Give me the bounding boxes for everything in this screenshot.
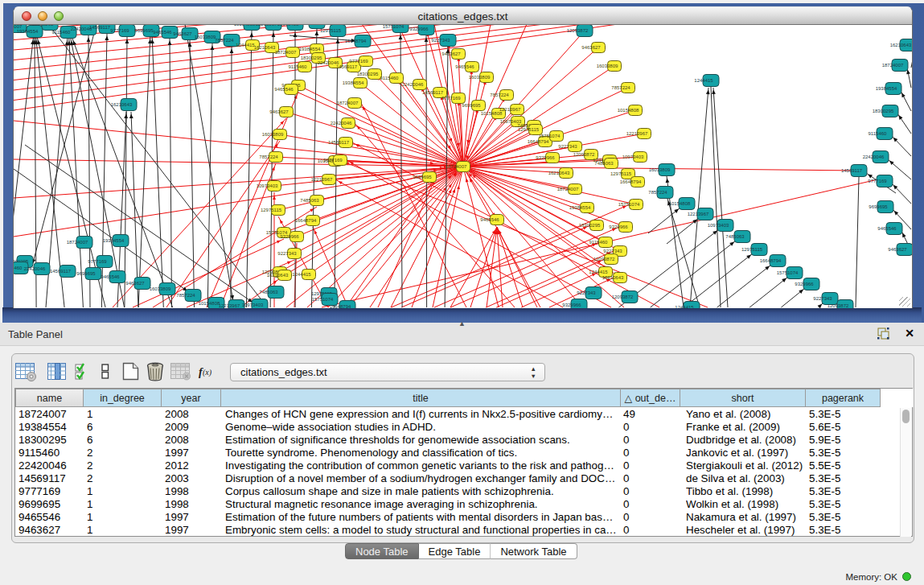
svg-text:16210643: 16210643 xyxy=(267,273,289,278)
svg-text:19384554: 19384554 xyxy=(17,29,39,34)
svg-text:9115460: 9115460 xyxy=(289,64,308,69)
svg-text:16210643: 16210643 xyxy=(111,102,133,107)
svg-text:7857224: 7857224 xyxy=(215,38,234,43)
svg-text:9699695: 9699695 xyxy=(413,175,432,179)
svg-text:9465546: 9465546 xyxy=(877,226,897,231)
svg-text:9465546: 9465546 xyxy=(101,274,120,279)
svg-text:9329966: 9329966 xyxy=(609,225,628,229)
svg-text:10154808: 10154808 xyxy=(618,108,639,113)
svg-text:10973403: 10973403 xyxy=(277,25,299,27)
svg-text:9465546: 9465546 xyxy=(274,87,294,92)
svg-text:14569117: 14569117 xyxy=(50,269,72,274)
svg-text:9463627: 9463627 xyxy=(581,45,601,50)
svg-text:22420046: 22420046 xyxy=(331,121,352,126)
svg-text:9463627: 9463627 xyxy=(441,51,461,56)
svg-text:9115460: 9115460 xyxy=(380,76,400,80)
svg-text:12975115: 12975115 xyxy=(261,208,282,212)
svg-text:9777169: 9777169 xyxy=(441,96,461,101)
svg-text:10973403: 10973403 xyxy=(622,154,644,159)
svg-text:7857224: 7857224 xyxy=(259,154,278,159)
svg-text:16648794: 16648794 xyxy=(295,218,317,223)
svg-text:14569117: 14569117 xyxy=(336,64,358,69)
svg-text:9227343: 9227343 xyxy=(813,296,832,301)
svg-text:12213967: 12213967 xyxy=(688,212,709,216)
svg-text:10973403: 10973403 xyxy=(242,303,264,307)
svg-text:12975115: 12975115 xyxy=(610,171,632,176)
svg-text:10973403: 10973403 xyxy=(708,223,729,228)
svg-text:12093872: 12093872 xyxy=(567,28,589,33)
svg-text:7857224: 7857224 xyxy=(176,293,195,298)
svg-text:19384554: 19384554 xyxy=(876,86,897,91)
svg-text:12093872: 12093872 xyxy=(593,257,615,262)
svg-text:9227343: 9227343 xyxy=(558,144,577,149)
svg-text:16210643: 16210643 xyxy=(602,275,624,280)
svg-text:9463627: 9463627 xyxy=(125,281,145,286)
svg-text:16648794: 16648794 xyxy=(345,39,367,43)
svg-text:12213967: 12213967 xyxy=(219,303,240,308)
svg-text:9777169: 9777169 xyxy=(323,158,343,163)
svg-text:12093872: 12093872 xyxy=(827,303,849,308)
svg-text:9329966: 9329966 xyxy=(536,155,555,160)
svg-text:12975115: 12975115 xyxy=(320,28,342,33)
svg-text:10154808: 10154808 xyxy=(669,201,691,206)
svg-text:12213967: 12213967 xyxy=(311,177,333,182)
svg-text:16210643: 16210643 xyxy=(548,171,570,175)
svg-text:10154808: 10154808 xyxy=(234,25,256,27)
svg-text:15751074: 15751074 xyxy=(777,270,799,275)
svg-text:12213967: 12213967 xyxy=(499,107,521,112)
svg-text:14569117: 14569117 xyxy=(841,168,863,173)
svg-text:9463627: 9463627 xyxy=(888,247,907,252)
svg-text:16210643: 16210643 xyxy=(890,43,912,47)
svg-text:22420046: 22420046 xyxy=(863,154,885,159)
svg-text:16033809: 16033809 xyxy=(469,75,491,80)
svg-text:1244415: 1244415 xyxy=(292,272,311,277)
svg-text:16033809: 16033809 xyxy=(597,64,618,68)
svg-text:18724007: 18724007 xyxy=(446,164,467,169)
svg-text:9115460: 9115460 xyxy=(869,131,888,136)
svg-text:14569117: 14569117 xyxy=(422,90,444,95)
svg-text:9227343: 9227343 xyxy=(277,251,297,256)
svg-text:9115460: 9115460 xyxy=(14,266,23,270)
svg-text:12975115: 12975115 xyxy=(518,127,540,132)
svg-text:1244415: 1244415 xyxy=(694,78,713,83)
svg-text:7485063: 7485063 xyxy=(259,290,278,295)
svg-text:18724007: 18724007 xyxy=(557,187,579,192)
svg-text:16648794: 16648794 xyxy=(760,258,782,263)
svg-text:18300295: 18300295 xyxy=(32,25,54,27)
svg-text:12213967: 12213967 xyxy=(256,25,277,27)
svg-text:15751074: 15751074 xyxy=(618,202,640,207)
svg-text:9227343: 9227343 xyxy=(603,249,622,253)
svg-text:14569117: 14569117 xyxy=(328,140,350,145)
svg-text:18300295: 18300295 xyxy=(579,223,601,228)
svg-text:16648794: 16648794 xyxy=(620,179,642,184)
svg-text:15751074: 15751074 xyxy=(539,134,561,138)
svg-text:9777169: 9777169 xyxy=(110,28,129,33)
svg-text:1244415: 1244415 xyxy=(589,270,608,274)
svg-text:1244415: 1244415 xyxy=(236,43,255,47)
svg-text:9699695: 9699695 xyxy=(462,103,481,108)
svg-text:7857224: 7857224 xyxy=(648,190,667,195)
svg-text:15751074: 15751074 xyxy=(383,25,405,29)
svg-text:18300295: 18300295 xyxy=(873,109,894,113)
svg-text:9777169: 9777169 xyxy=(868,179,887,183)
svg-text:19384554: 19384554 xyxy=(299,47,321,51)
svg-text:14569117: 14569117 xyxy=(89,25,111,30)
svg-text:12093872: 12093872 xyxy=(573,152,595,157)
svg-text:22420046: 22420046 xyxy=(402,82,424,87)
svg-text:9463627: 9463627 xyxy=(269,109,289,114)
svg-text:9465546: 9465546 xyxy=(455,64,474,69)
svg-text:12093872: 12093872 xyxy=(612,295,634,299)
svg-text:9227343: 9227343 xyxy=(577,290,596,295)
svg-text:7857224: 7857224 xyxy=(611,85,630,90)
svg-text:9329966: 9329966 xyxy=(409,27,429,31)
svg-text:16033809: 16033809 xyxy=(262,132,284,137)
svg-text:9463627: 9463627 xyxy=(173,31,192,36)
svg-text:16033809: 16033809 xyxy=(195,35,216,39)
svg-text:16648794: 16648794 xyxy=(528,139,549,144)
svg-text:15751074: 15751074 xyxy=(312,297,334,302)
svg-text:18724007: 18724007 xyxy=(275,50,297,55)
svg-text:16033809: 16033809 xyxy=(150,286,171,291)
svg-text:7485063: 7485063 xyxy=(594,161,614,166)
svg-text:18724007: 18724007 xyxy=(67,240,88,245)
svg-text:9699695: 9699695 xyxy=(869,204,888,209)
